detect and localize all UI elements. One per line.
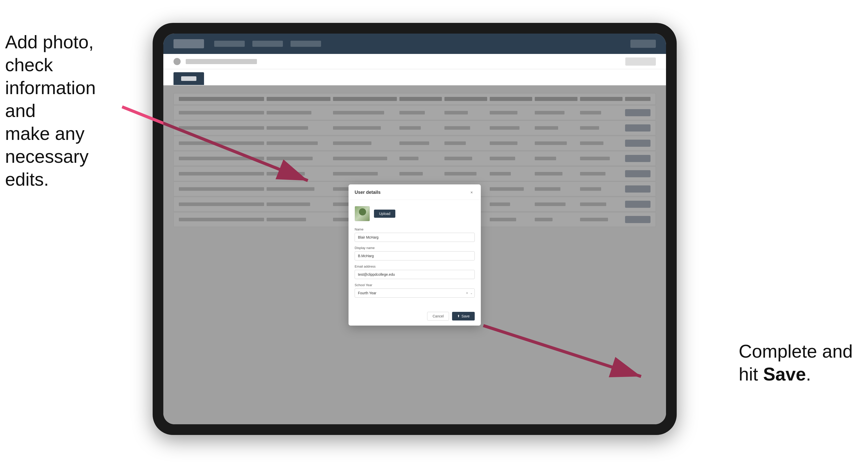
school-year-clear-icon[interactable]: × — [466, 291, 468, 295]
save-label: Save — [462, 314, 470, 318]
header-btn-1[interactable] — [630, 40, 656, 48]
app-header — [163, 34, 666, 54]
modal-close-button[interactable]: × — [469, 189, 475, 196]
modal-body: Upload Name Display name — [348, 200, 481, 308]
nav-item-1 — [214, 41, 245, 47]
modal-header: User details × — [348, 184, 481, 200]
school-year-row: × ⌄ — [354, 288, 475, 298]
school-year-dropdown-icon[interactable]: ⌄ — [470, 291, 473, 295]
tablet-screen: User details × Upload — [163, 34, 666, 424]
save-icon: ⬆ — [457, 314, 460, 318]
annotation-line2: information and — [5, 77, 96, 121]
save-button[interactable]: ⬆ Save — [452, 312, 475, 320]
annotation-line4: necessary edits. — [5, 146, 89, 189]
email-label: Email address — [354, 264, 475, 268]
app-nav — [214, 41, 321, 47]
name-field: Name — [354, 227, 475, 242]
right-annotation: Complete and hit Save. — [739, 340, 853, 385]
tab-bar — [163, 69, 666, 86]
cancel-button[interactable]: Cancel — [427, 312, 449, 320]
annotation-right-line2: hit Save. — [739, 364, 811, 384]
breadcrumb-right-btn[interactable] — [625, 58, 656, 66]
photo-figure — [359, 208, 366, 215]
annotation-line1: Add photo, check — [5, 32, 94, 75]
school-year-input[interactable] — [354, 288, 475, 298]
name-input[interactable] — [354, 233, 475, 242]
breadcrumb-icon — [174, 58, 181, 65]
annotation-right-line1: Complete and — [739, 341, 853, 362]
app-logo — [174, 39, 204, 48]
breadcrumb-bar — [163, 54, 666, 69]
school-year-field: School Year × ⌄ — [354, 283, 475, 298]
content-area: User details × Upload — [163, 86, 666, 424]
tab-label — [181, 76, 196, 81]
nav-item-3 — [290, 41, 321, 47]
modal-title: User details — [354, 190, 380, 195]
annotation-line3: make any — [5, 123, 85, 144]
breadcrumb-text — [186, 59, 257, 64]
photo-row: Upload — [354, 206, 475, 221]
upload-photo-button[interactable]: Upload — [374, 210, 395, 218]
email-field: Email address — [354, 264, 475, 279]
school-year-label: School Year — [354, 283, 475, 287]
user-details-modal: User details × Upload — [348, 184, 481, 325]
photo-image — [355, 206, 370, 221]
display-name-field: Display name — [354, 246, 475, 260]
display-name-input[interactable] — [354, 251, 475, 260]
left-annotation: Add photo, check information and make an… — [5, 31, 127, 191]
modal-overlay: User details × Upload — [163, 86, 666, 424]
header-right — [630, 40, 656, 48]
modal-footer: Cancel ⬆ Save — [348, 308, 481, 325]
nav-item-2 — [252, 41, 283, 47]
display-name-label: Display name — [354, 246, 475, 250]
email-input[interactable] — [354, 270, 475, 279]
name-label: Name — [354, 227, 475, 231]
user-photo-thumbnail — [354, 206, 370, 221]
tab-active[interactable] — [174, 72, 204, 85]
tablet-device: User details × Upload — [153, 23, 677, 435]
